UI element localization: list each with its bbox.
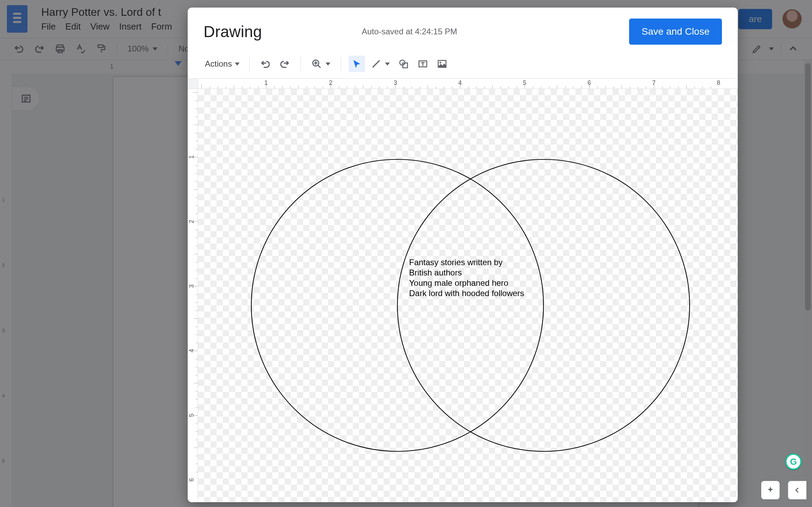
- ruler-tick: [638, 87, 638, 89]
- line-icon: [371, 59, 381, 69]
- ruler-tick: [597, 87, 598, 89]
- ruler-tick: [452, 87, 452, 89]
- ruler-tick: [702, 87, 703, 89]
- side-panel-toggle[interactable]: [788, 481, 806, 499]
- ruler-tick: [581, 87, 582, 89]
- chevron-left-icon: [793, 486, 801, 494]
- ruler-tick: [501, 87, 501, 89]
- image-tool-button[interactable]: [434, 56, 450, 72]
- grammarly-icon[interactable]: G: [785, 453, 802, 470]
- ruler-tick: [686, 85, 687, 89]
- actions-label: Actions: [205, 59, 232, 69]
- ruler-label: 6: [588, 79, 591, 87]
- ruler-label: 1: [188, 155, 195, 159]
- vertical-ruler[interactable]: 123456: [188, 89, 198, 502]
- horizontal-ruler[interactable]: 12345678: [198, 79, 738, 89]
- zoom-icon: [311, 59, 322, 69]
- ruler-tick: [196, 327, 198, 327]
- ruler-tick: [196, 149, 198, 149]
- ruler-label: 5: [523, 79, 526, 87]
- ruler-label: 2: [329, 79, 332, 87]
- ruler-label: 8: [717, 79, 720, 87]
- ruler-tick: [196, 359, 198, 359]
- ruler-tick: [196, 117, 198, 117]
- undo-icon: [260, 59, 271, 69]
- ruler-tick: [355, 87, 355, 89]
- ruler-tick: [662, 87, 662, 89]
- shape-tool-button[interactable]: [395, 56, 412, 72]
- venn-text-line: Fantasy stories written by: [409, 257, 533, 268]
- ruler-label: 4: [188, 349, 195, 352]
- ruler-tick: [196, 375, 198, 375]
- redo-button[interactable]: [276, 56, 293, 72]
- ruler-label: 7: [652, 79, 656, 87]
- ruler-tick: [387, 87, 388, 89]
- undo-button[interactable]: [257, 56, 274, 72]
- ruler-tick: [242, 87, 242, 89]
- ruler-tick: [226, 87, 226, 89]
- zoom-button[interactable]: [308, 56, 333, 72]
- ruler-tick: [196, 424, 198, 424]
- ruler-tick: [196, 133, 198, 133]
- venn-intersection-text[interactable]: Fantasy stories written by British autho…: [409, 257, 533, 298]
- ruler-tick: [347, 87, 347, 89]
- ruler-tick: [194, 318, 198, 319]
- toolbar-separator: [341, 57, 341, 71]
- ruler-tick: [630, 87, 630, 89]
- venn-text-line: British authors: [409, 268, 533, 278]
- ruler-tick: [339, 87, 339, 89]
- ruler-tick: [194, 125, 198, 125]
- ruler-tick: [196, 198, 198, 198]
- ruler-tick: [557, 85, 557, 89]
- ruler-tick: [614, 87, 614, 89]
- ruler-tick: [492, 85, 493, 89]
- ruler-tick: [196, 294, 198, 295]
- ruler-tick: [371, 87, 372, 89]
- redo-icon: [279, 59, 290, 69]
- ruler-tick: [363, 85, 363, 89]
- chevron-down-icon: [235, 63, 240, 66]
- ruler-tick: [193, 92, 198, 93]
- dialog-title: Drawing: [204, 22, 262, 41]
- autosave-status: Auto-saved at 4:24:15 PM: [362, 27, 457, 36]
- dialog-header: Drawing Auto-saved at 4:24:15 PM Save an…: [188, 8, 738, 56]
- drawing-dialog: Drawing Auto-saved at 4:24:15 PM Save an…: [188, 8, 738, 502]
- ruler-tick: [307, 87, 307, 89]
- textbox-tool-button[interactable]: [415, 56, 431, 72]
- ruler-tick: [605, 87, 606, 89]
- ruler-tick: [196, 343, 198, 343]
- ruler-tick: [468, 87, 469, 89]
- chevron-down-icon: [385, 63, 390, 66]
- ruler-label: 3: [188, 284, 195, 288]
- select-tool-button[interactable]: [349, 56, 365, 72]
- ruler-tick: [194, 383, 198, 383]
- ruler-tick: [196, 262, 198, 262]
- save-and-close-button[interactable]: Save and Close: [629, 19, 722, 45]
- shape-icon: [398, 59, 409, 69]
- ruler-tick: [194, 189, 198, 190]
- ruler-tick: [622, 85, 622, 89]
- ruler-tick: [258, 87, 259, 89]
- ruler-tick: [412, 87, 412, 89]
- ruler-tick: [323, 87, 323, 89]
- line-tool-button[interactable]: [368, 56, 393, 72]
- explore-icon: [766, 486, 775, 495]
- ruler-tick: [210, 87, 210, 89]
- ruler-tick: [194, 254, 198, 254]
- drawing-toolbar: Actions: [188, 56, 738, 78]
- ruler-tick: [196, 464, 198, 464]
- ruler-tick: [517, 87, 517, 89]
- chevron-down-icon: [326, 63, 330, 66]
- ruler-tick: [196, 456, 198, 456]
- ruler-tick: [565, 87, 566, 89]
- ruler-tick: [274, 87, 275, 89]
- ruler-corner: [188, 79, 198, 89]
- drawing-canvas[interactable]: Fantasy stories written by British autho…: [198, 89, 738, 502]
- ruler-tick: [196, 173, 198, 173]
- ruler-tick: [428, 85, 428, 89]
- ruler-label: 2: [188, 220, 195, 223]
- ruler-tick: [196, 246, 198, 246]
- ruler-tick: [196, 230, 198, 230]
- explore-button[interactable]: [761, 481, 780, 499]
- actions-menu-button[interactable]: Actions: [203, 56, 242, 72]
